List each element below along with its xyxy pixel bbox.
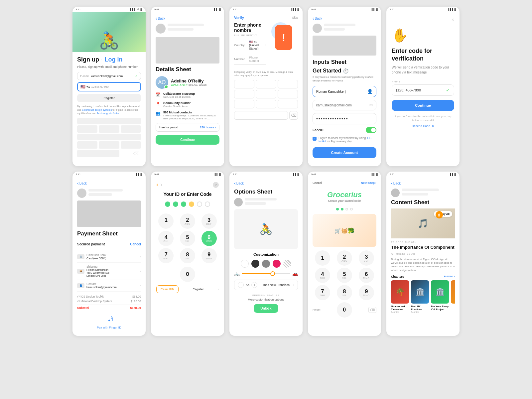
reset-btn-9[interactable]: Reset bbox=[313, 308, 321, 312]
register-link[interactable]: Register bbox=[193, 288, 204, 291]
g-key-2[interactable]: 2ABC bbox=[337, 250, 352, 266]
shipping-row[interactable]: 📦 Shipping Roman Kamushken 468B Westwood… bbox=[77, 263, 141, 280]
back-button-2[interactable]: Back bbox=[156, 16, 219, 21]
time-10: 9:41 bbox=[390, 173, 395, 176]
g-key-0[interactable]: 0 bbox=[337, 302, 352, 318]
help-icon[interactable]: ? bbox=[213, 182, 219, 188]
g-key-3[interactable]: 3DEF bbox=[359, 250, 374, 266]
trash-button[interactable]: 🗑 bbox=[436, 211, 443, 218]
delete-key[interactable]: ⌫ bbox=[289, 111, 298, 120]
g-key-4[interactable]: 4GHI bbox=[315, 268, 330, 283]
code-box-6[interactable] bbox=[278, 90, 298, 98]
code-box-7[interactable] bbox=[234, 100, 254, 108]
next-step-btn[interactable]: Next Step › bbox=[361, 181, 376, 185]
password-input[interactable]: •••••••••••••• bbox=[313, 113, 376, 124]
g-key-8[interactable]: 8JKL bbox=[337, 285, 352, 300]
chevron-left-icon-10 bbox=[391, 181, 393, 186]
faceid-toggle[interactable] bbox=[366, 127, 376, 133]
contact-row[interactable]: 👤 Contact kamushken@gmail.com › bbox=[77, 280, 141, 292]
key-2[interactable]: 2 ABC bbox=[180, 213, 195, 229]
ph-wide-2 bbox=[77, 134, 141, 140]
code-box-5[interactable] bbox=[256, 90, 276, 98]
key-0[interactable]: 0 bbox=[180, 267, 195, 282]
phone-code: +1 bbox=[86, 85, 90, 88]
content-description: During the development of Figma iOS desi… bbox=[391, 257, 455, 272]
delete-btn-9[interactable]: ⌫ bbox=[368, 307, 376, 313]
fingerprint-button[interactable]: 𝆺𝅥𝅯 Pay with Finger ID bbox=[77, 311, 141, 332]
cancel-payment[interactable]: Cancel bbox=[130, 242, 141, 246]
g-key-6[interactable]: 6MNO bbox=[359, 268, 374, 283]
email-value[interactable]: kamushken@gmail.com bbox=[91, 74, 135, 78]
slider-track[interactable] bbox=[242, 273, 290, 274]
bank-row[interactable]: 🏦 Raiffeisen Bank Card (•••• 3884) › bbox=[77, 251, 141, 263]
cancel-button-9[interactable]: Cancel bbox=[313, 181, 322, 185]
ph-ava-10 bbox=[391, 189, 400, 197]
code-box-9[interactable] bbox=[278, 100, 298, 108]
key-5[interactable]: 5 JKL bbox=[180, 231, 195, 246]
key-3[interactable]: 3 DEF bbox=[201, 213, 217, 229]
contacts-item: 👥 586 Mutual contacts I like building th… bbox=[156, 111, 219, 120]
back-button-6[interactable]: Back bbox=[77, 181, 141, 186]
color-pink[interactable] bbox=[273, 260, 281, 268]
font-decrease[interactable]: − bbox=[238, 282, 244, 288]
key-9[interactable]: 9 MNO bbox=[201, 248, 217, 263]
key-6[interactable]: 6 MNO bbox=[201, 231, 217, 246]
name-input[interactable]: Roman Kamushken| 👤 bbox=[313, 86, 376, 97]
code-box-wide[interactable] bbox=[234, 111, 288, 120]
code-box-8[interactable] bbox=[256, 100, 276, 108]
back-button-10[interactable]: Back bbox=[391, 181, 455, 186]
back-button-8[interactable]: Back bbox=[234, 181, 298, 186]
code-box-4[interactable] bbox=[234, 90, 254, 98]
color-black[interactable] bbox=[251, 260, 259, 268]
code-box-3[interactable] bbox=[278, 80, 298, 88]
back-button-4[interactable]: Back bbox=[313, 16, 376, 21]
login-link[interactable]: Log in bbox=[104, 56, 122, 63]
color-gray[interactable] bbox=[262, 260, 270, 268]
skip-button[interactable]: Skip bbox=[292, 16, 298, 19]
g-key-5[interactable]: 5JKL bbox=[337, 268, 352, 283]
continue-button-5[interactable]: Continue bbox=[392, 100, 454, 111]
font-increase[interactable]: + bbox=[251, 282, 257, 288]
next-arrow[interactable]: › bbox=[160, 181, 162, 188]
number-field[interactable]: Number Phone number bbox=[234, 54, 266, 65]
close-button[interactable]: × bbox=[392, 17, 454, 22]
inputs-title: Inputs Sheet bbox=[313, 59, 376, 66]
resend-label[interactable]: Resend Code bbox=[412, 124, 430, 128]
profile-info: Adeline O'Reilly AVAILABLE $25-50 / HOUR bbox=[171, 78, 207, 87]
code-box-1[interactable] bbox=[234, 80, 254, 88]
flag-icon: 🇺🇸 bbox=[80, 84, 85, 89]
hire-row[interactable]: Hire for period 150 hours › bbox=[156, 123, 219, 132]
unlock-button[interactable]: Unlock bbox=[254, 304, 278, 313]
g-key-9[interactable]: 9MNO bbox=[359, 285, 374, 300]
disclaimer-text: By continuing, I confirm that I would li… bbox=[77, 105, 141, 115]
phone-number[interactable]: 12345 67890 bbox=[91, 85, 138, 88]
number-placeholder[interactable]: Phone number bbox=[249, 56, 266, 63]
full-list-link[interactable]: Full list › bbox=[444, 275, 455, 278]
email-input-4[interactable]: kamushken@gmail.com ✉ bbox=[313, 100, 376, 110]
agree-checkbox[interactable]: ✓ bbox=[313, 137, 317, 141]
book-1: 🌴 Guaranteed Timesaver 14 mins bbox=[391, 280, 409, 313]
create-account-button[interactable]: Create Account bbox=[313, 147, 376, 158]
key-7[interactable]: 7 GHI bbox=[158, 248, 174, 263]
key-8[interactable]: 8 JKL bbox=[180, 248, 195, 263]
country-field[interactable]: Country 🇺🇸 +1 (United States) › bbox=[234, 39, 266, 52]
disclaimer-link2[interactable]: Achieve goals faster bbox=[97, 112, 119, 115]
phone-input-5[interactable]: (123) 456-7890 ✓ bbox=[392, 84, 454, 96]
slider-thumb[interactable] bbox=[270, 271, 275, 276]
disclaimer-link1[interactable]: Setproduct design systems bbox=[82, 108, 112, 111]
code-box-2[interactable] bbox=[256, 80, 276, 88]
register-button[interactable]: Register bbox=[77, 94, 141, 102]
color-white[interactable] bbox=[241, 260, 249, 268]
content-main-title: The Importance Of Component bbox=[391, 245, 455, 250]
prev-arrow[interactable]: ‹ bbox=[156, 181, 158, 188]
phone-input-row[interactable]: 🇺🇸 +1 12345 67890 bbox=[77, 82, 141, 91]
key-4[interactable]: 4 GHI bbox=[158, 231, 174, 246]
g-key-1[interactable]: 1 bbox=[315, 250, 330, 266]
key-1[interactable]: 1 bbox=[158, 213, 174, 229]
continue-button[interactable]: Continue bbox=[156, 135, 219, 145]
pin-dot-2 bbox=[173, 201, 178, 207]
g-key-7[interactable]: 7GHI bbox=[315, 285, 330, 300]
reset-pin-button[interactable]: Reset PIN bbox=[156, 285, 179, 293]
color-pattern[interactable] bbox=[283, 260, 291, 268]
event-info: Collaborator II Meetup Sun, Dec 16 at 1:… bbox=[163, 92, 195, 98]
